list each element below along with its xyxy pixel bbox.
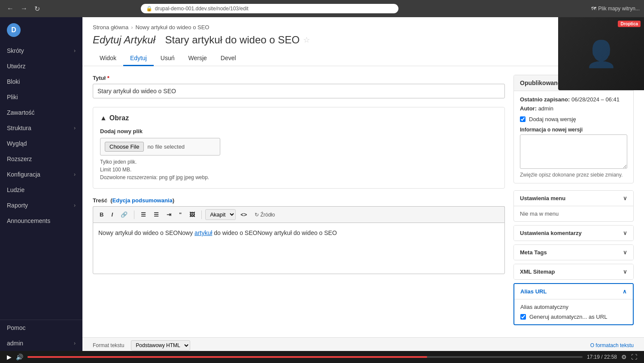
ordered-list-button[interactable]: ☰ <box>151 210 162 220</box>
meta-tags-toggle[interactable]: Meta Tags ∨ <box>514 245 633 260</box>
nav-buttons[interactable]: ← → ↻ <box>4 4 43 14</box>
sitemap-auto-checkbox[interactable] <box>520 314 526 320</box>
editor-link[interactable]: artykuł <box>194 229 212 236</box>
progress-bar[interactable] <box>27 356 583 358</box>
author-row: Autor: admin <box>520 105 627 112</box>
chevron-icon: ∧ <box>623 288 627 295</box>
play-button[interactable]: ▶ <box>7 354 12 360</box>
person-silhouette: 👤 <box>585 39 617 69</box>
obraz-section: ▲ Obraz Dodaj nowy plik Choose File no f… <box>93 107 505 189</box>
volume-button[interactable]: 🔊 <box>16 354 23 360</box>
version-info-label: Informacja o nowej wersji <box>520 127 627 133</box>
indent-button[interactable]: ⇥ <box>164 210 174 220</box>
code-button[interactable]: <> <box>237 210 250 220</box>
comments-toggle[interactable]: Ustawienia komentarzy ∨ <box>514 226 633 241</box>
xml-sitemap-toggle[interactable]: XML Sitemap ∨ <box>514 264 633 279</box>
droptica-badge: Droptica <box>618 21 641 27</box>
chevron-icon: ∨ <box>623 268 627 275</box>
content-section: Treść (Edycja podsumowania) B I 🔗 ☰ ☰ ⇥ … <box>93 197 505 274</box>
new-version-label: Dodaj nową wersję <box>529 116 576 122</box>
sidebar-item-wyglad[interactable]: Wygląd <box>0 136 82 151</box>
chevron-icon: ∨ <box>623 195 627 201</box>
toolbar-divider <box>134 210 134 219</box>
form-area: Tytuł * ▲ Obraz Dodaj nowy plik Choose F… <box>82 66 644 337</box>
breadcrumb: Strona główna › Nowy artykuł do wideo o … <box>93 24 634 31</box>
last-saved-row: Ostatnio zapisano: 06/28/2024 – 06:41 <box>520 96 627 103</box>
url-text: drupal-demo-001.ddev.site/node/103/edit <box>155 6 249 12</box>
image-button[interactable]: 🖼 <box>186 210 198 220</box>
back-button[interactable]: ← <box>4 4 16 14</box>
no-file-text: no file selected <box>147 143 185 150</box>
sidebar-item-pliki[interactable]: Pliki <box>0 89 82 105</box>
version-textarea[interactable] <box>520 134 627 169</box>
sidebar-item-admin[interactable]: admin › <box>0 336 82 351</box>
sidebar-item-rozszerz[interactable]: Rozszerz <box>0 151 82 167</box>
italic-button[interactable]: I <box>108 210 116 220</box>
chevron-icon: › <box>74 340 76 346</box>
tab-widok[interactable]: Widok <box>93 51 123 66</box>
meta-tags-section: Meta Tags ∨ <box>513 244 634 260</box>
format-select[interactable]: Podstawowy HTML <box>131 340 190 351</box>
new-version-checkbox[interactable] <box>520 116 526 122</box>
tab-devel[interactable]: Devel <box>214 51 243 66</box>
sidebar-logo: D <box>0 17 82 43</box>
settings-button[interactable]: ⚙ <box>621 354 627 360</box>
tab-usun[interactable]: Usuń <box>154 51 182 66</box>
menu-settings-body: Nie ma w menu <box>514 206 633 221</box>
video-controls: ▶ 🔊 17:19 / 22:58 ⚙ ⛶ <box>0 351 644 363</box>
collapse-icon: ▲ <box>100 114 107 122</box>
editor-body[interactable]: Nowy artykuł do wideo o SEONowy artykuł … <box>93 223 505 274</box>
sitemap-label: Plik mapy witryn... <box>598 6 640 12</box>
tab-wersje[interactable]: Wersje <box>182 51 214 66</box>
formats-link[interactable]: O formatach tekstu <box>590 342 634 348</box>
paragraph-select[interactable]: Akapit <box>205 209 236 220</box>
drupal-logo: D <box>7 23 21 37</box>
lock-icon: 🔒 <box>146 6 152 12</box>
alias-url-section: Alias URL ∧ Alias automatyczny Generuj a… <box>513 283 634 325</box>
sitemap-button[interactable]: 🗺 Plik mapy witryn... <box>591 6 640 12</box>
bookmark-icon[interactable]: ☆ <box>303 35 310 45</box>
sidebar-item-ludzie[interactable]: Ludzie <box>0 182 82 198</box>
chevron-icon: ∨ <box>623 230 627 236</box>
forward-button[interactable]: → <box>18 4 30 14</box>
time-display: 17:19 / 22:58 <box>587 354 617 360</box>
sidebar-item-zawartosc[interactable]: Zawartość <box>0 105 82 120</box>
title-input[interactable] <box>93 84 505 98</box>
sidebar-item-bloki[interactable]: Bloki <box>0 74 82 89</box>
sidebar-item-raporty[interactable]: Raporty › <box>0 198 82 213</box>
address-bar[interactable]: 🔒 drupal-demo-001.ddev.site/node/103/edi… <box>141 4 398 13</box>
fullscreen-button[interactable]: ⛶ <box>631 354 637 360</box>
reload-button[interactable]: ↻ <box>32 4 43 14</box>
unordered-list-button[interactable]: ☰ <box>138 210 149 220</box>
chevron-icon: ∨ <box>623 249 627 256</box>
required-indicator: * <box>107 75 109 81</box>
blockquote-button[interactable]: " <box>176 210 185 220</box>
sidebar-item-skroty[interactable]: Skróty › <box>0 43 82 58</box>
sidebar: D Skróty › Utwórz Bloki Pliki Zawartość … <box>0 17 82 351</box>
sidebar-item-struktura[interactable]: Struktura › <box>0 120 82 136</box>
alias-url-body: Alias automatyczny Generuj automatyczn..… <box>514 299 633 324</box>
sidebar-item-pomoc[interactable]: Pomoc <box>0 320 82 336</box>
breadcrumb-home[interactable]: Strona główna <box>93 24 128 31</box>
sidebar-item-konfiguracja[interactable]: Konfiguracja › <box>0 167 82 182</box>
menu-settings-toggle[interactable]: Ustawienia menu ∨ <box>514 191 633 206</box>
published-card: Opublikowane Ostatnio zapisano: 06/28/20… <box>513 75 634 183</box>
bottom-bar: Format tekstu Podstawowy HTML O formatac… <box>82 337 644 351</box>
sitemap-auto-label: Generuj automatyczn... as URL <box>529 314 607 320</box>
obraz-toggle[interactable]: ▲ Obraz <box>100 114 498 122</box>
tab-edytuj[interactable]: Edytuj <box>123 51 154 66</box>
choose-file-button[interactable]: Choose File <box>105 142 144 152</box>
summary-edit-link[interactable]: Edycja podsumowania <box>112 197 173 204</box>
alias-url-toggle[interactable]: Alias URL ∧ <box>514 284 633 299</box>
source-button[interactable]: ↻ Źródło <box>252 210 278 220</box>
app-body: D Skróty › Utwórz Bloki Pliki Zawartość … <box>0 17 644 351</box>
comments-section: Ustawienia komentarzy ∨ <box>513 225 634 241</box>
form-sidebar: Opublikowane Ostatnio zapisano: 06/28/20… <box>513 75 634 329</box>
toolbar-divider-2 <box>201 210 202 219</box>
link-button[interactable]: 🔗 <box>118 210 131 220</box>
sidebar-item-utworz[interactable]: Utwórz <box>0 58 82 74</box>
sidebar-item-announcements[interactable]: Announcements <box>0 213 82 229</box>
editor-toolbar: B I 🔗 ☰ ☰ ⇥ " 🖼 Akapit <> <box>93 206 505 223</box>
format-label: Format tekstu <box>93 342 124 348</box>
bold-button[interactable]: B <box>97 210 106 220</box>
